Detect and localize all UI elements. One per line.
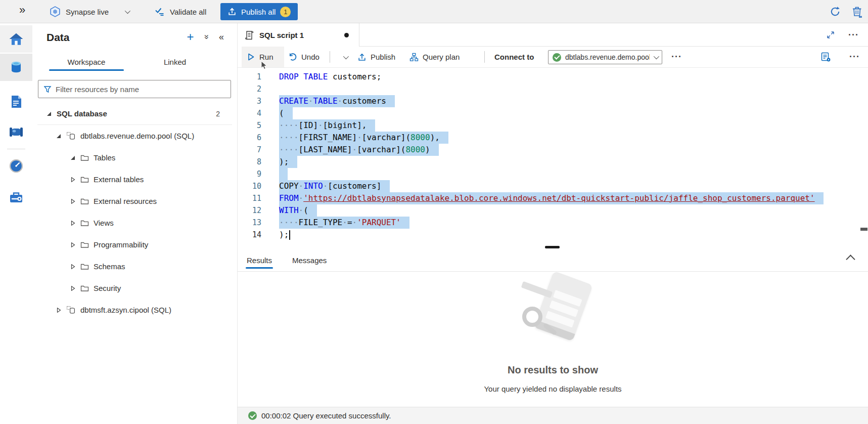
folder-icon — [80, 263, 89, 270]
code-line-13[interactable]: 13····FILE_TYPE·=·'PARQUET' — [238, 217, 868, 229]
code-line-10[interactable]: 10COPY·INTO·[customers] — [238, 180, 868, 192]
tree-item-label: dbtlabs.revenue.demo.pool (SQL) — [80, 132, 194, 140]
tree-item-security[interactable]: Security — [32, 277, 237, 299]
expand-menu-icon[interactable]: » — [19, 4, 25, 17]
tree-expanded-icon[interactable] — [70, 155, 76, 160]
code-line-5[interactable]: 5····[ID]·[bigint], — [238, 119, 868, 132]
line-number: 10 — [238, 180, 261, 192]
validate-all-button[interactable]: Validate all — [155, 0, 206, 23]
code-line-3[interactable]: 3CREATE·TABLE·customers — [238, 95, 868, 107]
nav-integrate[interactable] — [0, 118, 32, 146]
line-number: 3 — [238, 95, 261, 107]
code-line-1[interactable]: 1DROP TABLE customers; — [238, 71, 868, 83]
connection-more-icon[interactable]: ··· — [671, 47, 682, 67]
editor-scrollbar-thumb[interactable] — [860, 228, 867, 231]
code-line-4[interactable]: 4( — [238, 107, 868, 119]
tree-item-external-tables[interactable]: External tables — [32, 168, 237, 190]
editor-more-icon[interactable]: ··· — [849, 52, 860, 62]
code-line-14[interactable]: 14); — [238, 229, 868, 241]
code-line-6[interactable]: 6····[FIRST_NAME]·[varchar](8000), — [238, 132, 868, 144]
tree-collapsed-icon[interactable] — [70, 221, 76, 226]
tree-item-label: Tables — [94, 153, 115, 162]
home-icon — [9, 32, 24, 46]
resource-tree: SQL database2dbtlabs.revenue.demo.pool (… — [32, 103, 237, 321]
folder-icon — [80, 197, 89, 205]
synapse-live-dropdown[interactable]: Synapse live — [50, 0, 129, 23]
collapse-all-icon[interactable]: » — [201, 34, 211, 39]
main-area: SQL script 1 ··· Run — [238, 23, 868, 424]
tab-linked[interactable]: Linked — [147, 53, 203, 71]
splitter-handle[interactable] — [545, 246, 560, 248]
line-number: 2 — [238, 83, 261, 95]
undo-icon — [288, 53, 297, 62]
line-number: 1 — [238, 71, 261, 83]
publish-button[interactable]: Publish — [357, 47, 395, 67]
tree-item-views[interactable]: Views — [32, 212, 237, 234]
tree-item-schemas[interactable]: Schemas — [32, 256, 237, 277]
tree-item-label: Schemas — [94, 262, 125, 271]
develop-icon — [10, 95, 23, 109]
line-number: 12 — [238, 204, 261, 217]
tree-expanded-icon[interactable] — [56, 134, 62, 139]
code-line-12[interactable]: 12WITH·( — [238, 204, 868, 217]
tree-item-label: SQL database — [57, 109, 107, 118]
tree-item-label: External tables — [94, 175, 144, 184]
add-resource-icon[interactable]: + — [187, 31, 194, 43]
filter-resources-input[interactable] — [56, 85, 225, 94]
pool-selector[interactable]: dbtlabs.revenue.demo.pool — [548, 50, 662, 64]
tree-item-dbtmsft-azsyn-cipool-sql[interactable]: dbtmsft.azsyn.cipool (SQL) — [32, 299, 237, 321]
tree-collapsed-icon[interactable] — [70, 242, 76, 247]
tab-workspace[interactable]: Workspace — [49, 53, 124, 71]
tab-sql-script-1[interactable]: SQL script 1 — [238, 23, 359, 47]
chevron-down-icon — [125, 8, 130, 14]
code-line-2[interactable]: 2 — [238, 83, 868, 95]
nav-manage[interactable] — [0, 184, 32, 211]
tree-item-dbtlabs-revenue-demo-pool-sql[interactable]: dbtlabs.revenue.demo.pool (SQL) — [32, 125, 237, 147]
tab-results[interactable]: Results — [247, 249, 272, 272]
tab-title: SQL script 1 — [259, 31, 339, 39]
undo-button[interactable]: Undo — [288, 47, 319, 67]
pool-name: dbtlabs.revenue.demo.pool — [565, 53, 650, 61]
nav-home[interactable] — [0, 25, 32, 53]
tree-item-programmability[interactable]: Programmability — [32, 234, 237, 256]
tree-collapsed-icon[interactable] — [70, 286, 76, 291]
text-cursor — [289, 230, 290, 240]
code-line-11[interactable]: 11FROM·'https://dbtlabsynapsedatalake.bl… — [238, 192, 868, 204]
tree-item-sql-database[interactable]: SQL database2 — [32, 103, 237, 124]
publish-all-label: Publish all — [241, 8, 276, 16]
tree-collapsed-icon[interactable] — [70, 199, 76, 204]
code-line-8[interactable]: 8); — [238, 156, 868, 168]
sql-pool-icon — [66, 132, 76, 140]
run-button[interactable]: Run — [242, 47, 284, 67]
tree-collapsed-icon[interactable] — [56, 308, 62, 313]
code-line-7[interactable]: 7····[LAST_NAME]·[varchar](8000) — [238, 144, 868, 156]
tree-expanded-icon[interactable] — [46, 111, 52, 116]
sql-editor[interactable]: 1DROP TABLE customers;23CREATE·TABLE·cus… — [238, 68, 868, 246]
tree-collapsed-icon[interactable] — [70, 177, 76, 182]
tab-messages[interactable]: Messages — [292, 249, 327, 272]
unsaved-changes-dot — [344, 33, 349, 37]
empty-state-subtitle: Your query yielded no displayable result… — [238, 385, 868, 393]
nav-develop[interactable] — [0, 88, 32, 115]
panel-title: Data — [47, 31, 70, 44]
discard-all-icon[interactable] — [851, 6, 863, 18]
filter-icon — [43, 86, 52, 93]
collapse-results-icon[interactable] — [846, 255, 855, 264]
nav-data[interactable] — [0, 54, 32, 81]
more-options-icon[interactable]: ··· — [848, 30, 859, 40]
line-number: 4 — [238, 107, 261, 119]
manage-icon — [9, 191, 24, 205]
code-line-9[interactable]: 9 — [238, 168, 868, 180]
publish-all-button[interactable]: Publish all 1 — [220, 3, 298, 20]
nav-monitor[interactable] — [0, 152, 32, 180]
refresh-icon[interactable] — [829, 6, 841, 18]
query-plan-button[interactable]: Query plan — [409, 47, 460, 67]
run-options-chevron[interactable] — [338, 47, 353, 67]
collapse-panel-icon[interactable]: « — [219, 32, 224, 43]
properties-icon[interactable] — [820, 52, 831, 62]
tree-item-external-resources[interactable]: External resources — [32, 190, 237, 212]
tree-item-tables[interactable]: Tables — [32, 147, 237, 168]
expand-editor-icon[interactable] — [826, 30, 835, 39]
tree-collapsed-icon[interactable] — [70, 264, 76, 269]
filter-box — [38, 80, 231, 98]
